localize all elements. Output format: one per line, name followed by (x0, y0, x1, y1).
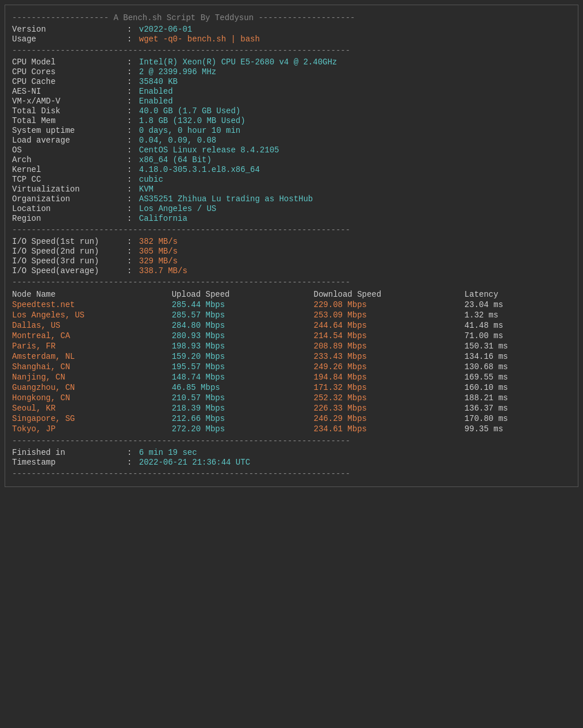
io-run1-value: 382 MB/s (139, 237, 178, 246)
table-row: Amsterdam, NL159.20 Mbps233.43 Mbps134.1… (12, 351, 571, 362)
cpu-model-label: CPU Model (12, 58, 127, 67)
system-section: CPU Model : Intel(R) Xeon(R) CPU E5-2680… (12, 58, 571, 223)
table-row: Seoul, KR218.39 Mbps226.33 Mbps136.37 ms (12, 403, 571, 413)
table-row: Nanjing, CN148.74 Mbps194.84 Mbps169.55 … (12, 372, 571, 382)
node-download: 244.64 Mbps (314, 320, 465, 331)
usage-value: wget -q0- bench.sh | bash (139, 35, 260, 44)
cpu-cores-line: CPU Cores : 2 @ 2399.996 MHz (12, 67, 571, 76)
vm-amd-label: VM-x/AMD-V (12, 97, 127, 106)
node-latency: 41.48 ms (465, 320, 571, 331)
io-avg-line: I/O Speed(average) : 338.7 MB/s (12, 266, 571, 275)
node-download: 214.54 Mbps (314, 331, 465, 341)
aes-ni-value: Enabled (139, 87, 173, 96)
network-table: Node Name Upload Speed Download Speed La… (12, 289, 571, 434)
divider-5: ----------------------------------------… (12, 469, 571, 478)
finished-value: 6 min 19 sec (139, 448, 197, 457)
arch-label: Arch (12, 155, 127, 164)
total-disk-label: Total Disk (12, 106, 127, 116)
os-line: OS : CentOS Linux release 8.4.2105 (12, 145, 571, 155)
node-name: Seoul, KR (12, 403, 172, 413)
kernel-label: Kernel (12, 165, 127, 174)
usage-line: Usage : wget -q0- bench.sh | bash (12, 35, 571, 44)
node-name: Dallas, US (12, 320, 172, 331)
version-line: Version : v2022-06-01 (12, 25, 571, 34)
location-label: Location (12, 204, 127, 213)
node-download: 246.29 Mbps (314, 413, 465, 424)
total-disk-line: Total Disk : 40.0 GB (1.7 GB Used) (12, 106, 571, 116)
node-latency: 99.35 ms (465, 424, 571, 434)
tcp-cc-label: TCP CC (12, 175, 127, 184)
tcp-cc-line: TCP CC : cubic (12, 175, 571, 184)
node-upload: 46.85 Mbps (172, 382, 314, 393)
node-download: 208.89 Mbps (314, 341, 465, 351)
cpu-cores-label: CPU Cores (12, 67, 127, 76)
virt-line: Virtualization : KVM (12, 185, 571, 194)
total-disk-value: 40.0 GB (1.7 GB Used) (139, 106, 240, 116)
table-row: Los Angeles, US285.57 Mbps253.09 Mbps1.3… (12, 310, 571, 320)
uptime-value: 0 days, 0 hour 10 min (139, 126, 240, 135)
node-download: 226.33 Mbps (314, 403, 465, 413)
kernel-value: 4.18.0-305.3.1.el8.x86_64 (139, 165, 260, 174)
node-upload: 210.57 Mbps (172, 393, 314, 403)
node-latency: 134.16 ms (465, 351, 571, 362)
node-latency: 136.37 ms (465, 403, 571, 413)
cpu-model-value: Intel(R) Xeon(R) CPU E5-2680 v4 @ 2.40GH… (139, 58, 337, 67)
node-name: Hongkong, CN (12, 393, 172, 403)
node-latency: 160.10 ms (465, 382, 571, 393)
cpu-cache-value: 35840 KB (139, 77, 178, 86)
footer-section: Finished in : 6 min 19 sec Timestamp : 2… (12, 448, 571, 467)
node-name: Paris, FR (12, 341, 172, 351)
divider-2: ----------------------------------------… (12, 225, 571, 235)
node-latency: 188.21 ms (465, 393, 571, 403)
virt-value: KVM (139, 185, 154, 194)
total-mem-label: Total Mem (12, 116, 127, 125)
finished-line: Finished in : 6 min 19 sec (12, 448, 571, 457)
node-latency: 71.00 ms (465, 331, 571, 341)
node-upload: 198.93 Mbps (172, 341, 314, 351)
arch-value: x86_64 (64 Bit) (139, 155, 212, 164)
vm-amd-value: Enabled (139, 97, 173, 106)
network-table-header: Node Name Upload Speed Download Speed La… (12, 289, 571, 300)
node-upload: 280.93 Mbps (172, 331, 314, 341)
os-value: CentOS Linux release 8.4.2105 (139, 145, 279, 155)
io-run2-line: I/O Speed(2nd run) : 305 MB/s (12, 247, 571, 256)
node-name: Los Angeles, US (12, 310, 172, 320)
table-row: Singapore, SG212.66 Mbps246.29 Mbps170.8… (12, 413, 571, 424)
total-mem-line: Total Mem : 1.8 GB (132.0 MB Used) (12, 116, 571, 125)
io-avg-label: I/O Speed(average) (12, 266, 127, 275)
timestamp-line: Timestamp : 2022-06-21 21:36:44 UTC (12, 458, 571, 467)
node-name: Amsterdam, NL (12, 351, 172, 362)
col-download-header: Download Speed (314, 289, 465, 300)
io-run2-label: I/O Speed(2nd run) (12, 247, 127, 256)
node-download: 249.26 Mbps (314, 362, 465, 372)
node-download: 253.09 Mbps (314, 310, 465, 320)
node-latency: 150.31 ms (465, 341, 571, 351)
timestamp-label: Timestamp (12, 458, 127, 467)
node-upload: 272.20 Mbps (172, 424, 314, 434)
node-download: 171.32 Mbps (314, 382, 465, 393)
node-upload: 284.80 Mbps (172, 320, 314, 331)
arch-line: Arch : x86_64 (64 Bit) (12, 155, 571, 164)
node-download: 234.61 Mbps (314, 424, 465, 434)
uptime-label: System uptime (12, 126, 127, 135)
node-name: Tokyo, JP (12, 424, 172, 434)
divider-4: ----------------------------------------… (12, 436, 571, 446)
node-latency: 23.04 ms (465, 300, 571, 310)
aes-ni-label: AES-NI (12, 87, 127, 96)
version-value: v2022-06-01 (139, 25, 192, 34)
org-label: Organization (12, 194, 127, 204)
divider-3: ----------------------------------------… (12, 278, 571, 287)
node-upload: 195.57 Mbps (172, 362, 314, 372)
node-download: 252.32 Mbps (314, 393, 465, 403)
io-run3-label: I/O Speed(3rd run) (12, 256, 127, 266)
node-upload: 285.57 Mbps (172, 310, 314, 320)
node-name: Speedtest.net (12, 300, 172, 310)
cpu-cores-value: 2 @ 2399.996 MHz (139, 67, 216, 76)
node-latency: 130.68 ms (465, 362, 571, 372)
org-line: Organization : AS35251 Zhihua Lu trading… (12, 194, 571, 204)
node-latency: 169.55 ms (465, 372, 571, 382)
node-upload: 285.44 Mbps (172, 300, 314, 310)
node-upload: 148.74 Mbps (172, 372, 314, 382)
usage-label: Usage (12, 35, 127, 44)
network-section: Node Name Upload Speed Download Speed La… (12, 289, 571, 434)
